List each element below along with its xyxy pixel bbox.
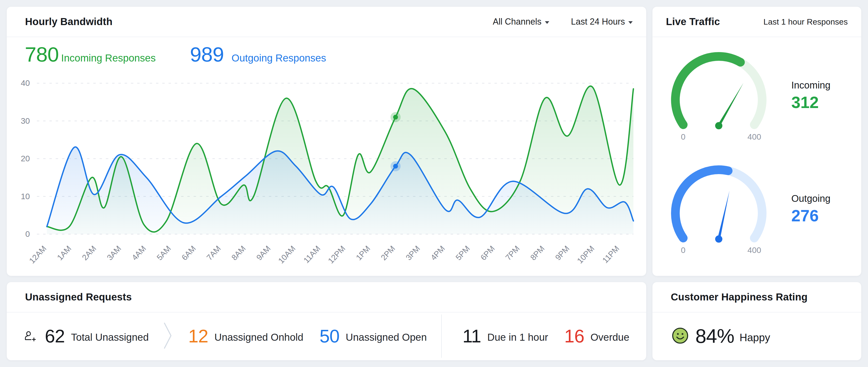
bandwidth-stats: 780 Incoming Responses 989 Outgoing Resp… xyxy=(25,44,326,65)
dashboard: { "page": { "background": "#edf0f4" }, "… xyxy=(0,0,868,367)
unassigned-onhold-label: Unassigned Onhold xyxy=(214,329,303,343)
gauge-pivot xyxy=(715,235,722,243)
x-axis-label: 4AM xyxy=(130,244,148,262)
happy-face-icon xyxy=(671,327,689,345)
outgoing-total-label: Outgoing Responses xyxy=(231,52,326,64)
live-traffic-header: Live Traffic Last 1 hour Responses xyxy=(652,7,861,37)
incoming-gauge-label: Incoming xyxy=(791,80,830,91)
vertical-divider xyxy=(441,314,442,358)
y-axis-label: 30 xyxy=(21,116,30,125)
unassigned-onhold-stat: 12 Unassigned Onhold xyxy=(188,327,303,345)
due-in-1-hour-stat: 11 Due in 1 hour xyxy=(462,327,548,345)
customer-happiness-title: Customer Happiness Rating xyxy=(671,291,807,303)
happiness-row: 84% Happy xyxy=(652,312,861,360)
x-axis-label: 3AM xyxy=(105,244,123,262)
hourly-bandwidth-body: 780 Incoming Responses 989 Outgoing Resp… xyxy=(7,37,646,276)
overdue-stat: 16 Overdue xyxy=(564,327,629,345)
gauge-fill xyxy=(675,56,740,125)
total-unassigned-value: 62 xyxy=(45,327,65,345)
unassigned-requests-title: Unassigned Requests xyxy=(25,291,132,303)
incoming-gauge-text: Incoming 312 xyxy=(791,80,830,111)
x-axis-label: 3PM xyxy=(404,244,422,262)
y-axis-label: 0 xyxy=(25,229,30,239)
gauge-min-label: 0 xyxy=(681,245,685,255)
happiness-label: Happy xyxy=(740,329,770,344)
happiness-value: 84% xyxy=(695,325,734,347)
gauge-min-label: 0 xyxy=(681,132,685,141)
gauge-needle xyxy=(717,83,743,126)
x-axis-label: 8AM xyxy=(229,244,247,262)
gauge-max-label: 400 xyxy=(747,132,761,141)
unassigned-requests-panel: Unassigned Requests 62 Total Unassigned … xyxy=(7,282,646,360)
x-axis-label: 10PM xyxy=(575,244,596,265)
unassigned-open-label: Unassigned Open xyxy=(346,329,427,343)
x-axis-label: 1PM xyxy=(354,244,372,262)
marker-dot[interactable] xyxy=(393,115,398,120)
x-axis-label: 12AM xyxy=(28,244,48,265)
gauge-pivot xyxy=(715,122,722,129)
total-unassigned-label: Total Unassigned xyxy=(71,329,149,343)
y-axis-label: 40 xyxy=(21,79,30,88)
due-in-1-hour-label: Due in 1 hour xyxy=(487,329,548,343)
x-axis-label: 5PM xyxy=(454,244,471,262)
incoming-gauge-value: 312 xyxy=(791,94,830,111)
chevron-right-icon xyxy=(163,321,173,351)
gauge-needle xyxy=(717,191,730,239)
unassigned-onhold-value: 12 xyxy=(188,327,208,345)
overdue-value: 16 xyxy=(564,327,584,345)
channels-filter-dropdown[interactable]: All Channels xyxy=(493,17,549,27)
outgoing-gauge-label: Outgoing xyxy=(791,193,830,204)
incoming-gauge-dial: 0400 xyxy=(660,48,785,149)
gauges-list: 0400 Incoming 312 0400 Outgoing 276 xyxy=(652,37,861,276)
x-axis-label: 9PM xyxy=(553,244,571,262)
bandwidth-area-chart[interactable]: 01020304012AM1AM2AM3AM4AM5AM6AM7AM8AM9AM… xyxy=(7,37,646,276)
x-axis-label: 11AM xyxy=(302,244,322,265)
incoming-gauge-row: 0400 Incoming 312 xyxy=(660,48,861,149)
person-add-icon xyxy=(24,329,38,343)
customer-happiness-header: Customer Happiness Rating xyxy=(652,282,861,312)
x-axis-label: 11PM xyxy=(600,244,621,265)
unassigned-open-stat: 50 Unassigned Open xyxy=(319,327,427,345)
y-axis-label: 10 xyxy=(21,192,30,201)
y-axis-label: 20 xyxy=(21,154,30,163)
channels-filter-label: All Channels xyxy=(493,17,541,27)
x-axis-label: 8PM xyxy=(528,244,546,262)
hourly-bandwidth-header: Hourly Bandwidth All Channels Last 24 Ho… xyxy=(7,7,646,37)
incoming-total-value: 780 xyxy=(25,44,59,65)
live-traffic-subtitle: Last 1 hour Responses xyxy=(763,17,848,27)
x-axis-label: 6PM xyxy=(478,244,496,262)
time-range-dropdown[interactable]: Last 24 Hours xyxy=(571,17,633,27)
x-axis-label: 2PM xyxy=(379,244,397,262)
x-axis-label: 5AM xyxy=(155,244,173,262)
x-axis-label: 12PM xyxy=(326,244,347,265)
marker-dot[interactable] xyxy=(393,164,398,169)
x-axis-label: 7AM xyxy=(205,244,222,262)
total-unassigned-stat: 62 Total Unassigned xyxy=(24,327,149,345)
unassigned-stats-row: 62 Total Unassigned 12 Unassigned Onhold… xyxy=(7,312,646,360)
time-range-label: Last 24 Hours xyxy=(571,17,625,27)
unassigned-open-value: 50 xyxy=(319,327,340,345)
outgoing-gauge-row: 0400 Outgoing 276 xyxy=(660,161,861,263)
unassigned-requests-header: Unassigned Requests xyxy=(7,282,646,312)
outgoing-gauge-value: 276 xyxy=(791,207,830,224)
x-axis-label: 7PM xyxy=(504,244,521,262)
incoming-gauge: 0400 xyxy=(660,48,785,149)
x-axis-label: 9AM xyxy=(255,244,272,262)
incoming-total-label: Incoming Responses xyxy=(61,52,156,64)
live-traffic-title: Live Traffic xyxy=(666,16,720,28)
x-axis-label: 1AM xyxy=(55,244,73,262)
outgoing-total-value: 989 xyxy=(190,44,224,65)
live-traffic-panel: Live Traffic Last 1 hour Responses 0400 … xyxy=(652,7,861,276)
hourly-bandwidth-panel: Hourly Bandwidth All Channels Last 24 Ho… xyxy=(7,7,646,276)
caret-down-icon xyxy=(545,21,549,24)
overdue-label: Overdue xyxy=(590,329,629,343)
outgoing-gauge-text: Outgoing 276 xyxy=(791,193,830,224)
x-axis-label: 4PM xyxy=(429,244,446,262)
x-axis-label: 6AM xyxy=(180,244,197,262)
x-axis-label: 2AM xyxy=(80,244,98,262)
x-axis-label: 10AM xyxy=(277,244,297,265)
page-title: Hourly Bandwidth xyxy=(25,16,113,28)
outgoing-gauge: 0400 xyxy=(660,161,785,263)
gauge-max-label: 400 xyxy=(747,245,761,255)
customer-happiness-panel: Customer Happiness Rating 84% Happy xyxy=(652,282,861,360)
